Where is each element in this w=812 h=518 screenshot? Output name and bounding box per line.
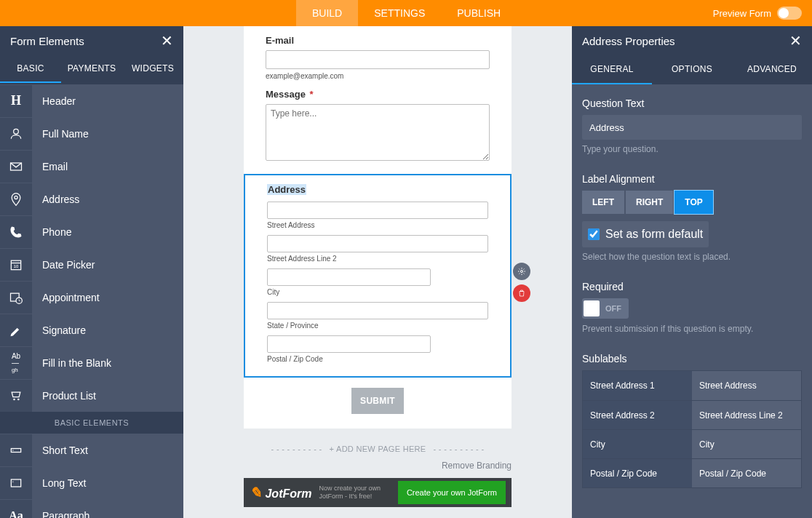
remove-branding-link[interactable]: Remove Branding (244, 461, 512, 471)
close-icon[interactable]: ✕ (789, 32, 802, 49)
align-top-button[interactable]: TOP (674, 191, 712, 214)
required-toggle[interactable]: OFF (582, 298, 629, 319)
element-short-text[interactable]: Short Text (0, 434, 183, 466)
sublabel-value[interactable]: Street Address (692, 371, 801, 400)
question-text-label: Question Text (582, 97, 802, 109)
element-product-list[interactable]: Product List (0, 379, 183, 412)
person-icon (0, 118, 32, 150)
tab-build[interactable]: BUILD (296, 0, 358, 26)
element-signature[interactable]: Signature (0, 314, 183, 346)
state-input[interactable] (267, 302, 488, 319)
top-nav: BUILD SETTINGS PUBLISH (296, 0, 517, 26)
question-text-input[interactable] (582, 115, 802, 140)
tab-publish[interactable]: PUBLISH (441, 0, 517, 26)
element-paragraph[interactable]: Aa Paragraph (0, 499, 183, 518)
sublabel-row: Postal / Zip Code Postal / Zip Code (583, 458, 801, 487)
element-fill-blank[interactable]: Ab—gh Fill in the Blank (0, 346, 183, 379)
element-label: Fill in the Blank (32, 357, 183, 369)
right-tab-general[interactable]: GENERAL (572, 55, 652, 84)
toggle-handle (584, 300, 600, 316)
promo-cta-button[interactable]: Create your own JotForm (398, 481, 506, 504)
svg-point-0 (14, 129, 19, 134)
paragraph-icon: Aa (0, 500, 32, 519)
city-sublabel: City (267, 288, 488, 296)
element-phone[interactable]: Phone (0, 215, 183, 248)
trash-icon[interactable] (513, 284, 530, 302)
question-text-hint: Type your question. (582, 144, 802, 154)
element-label: Long Text (32, 477, 183, 489)
phone-icon (0, 216, 32, 248)
sublabel-key: Street Address 2 (583, 401, 692, 429)
street2-input[interactable] (267, 235, 488, 252)
form-area: E-mail example@example.com Message * Add… (244, 26, 512, 429)
city-input[interactable] (267, 268, 431, 286)
elements-list: H Header Full Name Email Address Phone 1… (0, 84, 183, 518)
left-tab-widgets[interactable]: WIDGETS (122, 55, 183, 83)
element-label: Header (32, 95, 183, 107)
postal-input[interactable] (267, 335, 431, 353)
sublabel-key: Street Address 1 (583, 371, 692, 400)
section-basic-elements: BASIC ELEMENTS (0, 412, 183, 434)
element-email[interactable]: Email (0, 150, 183, 183)
left-panel-header: Form Elements ✕ (0, 26, 183, 55)
required-off-label: OFF (600, 304, 627, 313)
message-textarea[interactable] (266, 104, 490, 161)
element-address[interactable]: Address (0, 183, 183, 215)
tab-settings[interactable]: SETTINGS (358, 0, 441, 26)
align-left-button[interactable]: LEFT (582, 191, 624, 214)
street2-sublabel: Street Address Line 2 (267, 255, 488, 263)
element-label: Paragraph (32, 510, 183, 519)
email-hint: example@example.com (266, 72, 490, 80)
set-default-row[interactable]: Set as form default (582, 221, 709, 247)
short-text-icon (0, 434, 32, 466)
add-new-page[interactable]: - - - - - - - - - - + ADD NEW PAGE HERE … (244, 445, 512, 453)
address-block-selected[interactable]: Address Street Address Street Address Li… (244, 174, 512, 378)
element-label: Product List (32, 390, 183, 402)
sublabel-value[interactable]: Street Address Line 2 (692, 401, 801, 429)
promo-text: Now create your own JotForm - It's free! (319, 485, 397, 501)
sublabel-value[interactable]: City (692, 430, 801, 458)
element-label: Date Picker (32, 259, 183, 271)
heading-icon: H (0, 85, 32, 117)
label-alignment-label: Label Alignment (582, 173, 802, 185)
svg-rect-12 (11, 448, 20, 452)
right-tab-advanced[interactable]: ADVANCED (732, 55, 812, 84)
email-input[interactable] (266, 50, 490, 69)
sublabel-table: Street Address 1 Street Address Street A… (582, 370, 802, 488)
cart-icon (0, 380, 32, 412)
right-panel-title: Address Properties (582, 35, 675, 47)
element-appointment[interactable]: Appointment (0, 281, 183, 314)
close-icon[interactable]: ✕ (161, 32, 173, 49)
element-header[interactable]: H Header (0, 84, 183, 117)
mail-icon (0, 151, 32, 183)
address-label[interactable]: Address (267, 184, 306, 195)
right-body: Question Text Type your question. Label … (572, 84, 812, 518)
preview-toggle[interactable] (777, 7, 802, 20)
set-default-checkbox[interactable] (588, 228, 600, 240)
element-full-name[interactable]: Full Name (0, 117, 183, 150)
sublabel-row: Street Address 2 Street Address Line 2 (583, 400, 801, 429)
svg-point-2 (15, 196, 17, 199)
left-tab-basic[interactable]: BASIC (0, 55, 61, 83)
left-tab-payments[interactable]: PAYMENTS (61, 55, 122, 83)
preview-form-group: Preview Form (713, 7, 802, 20)
element-label: Short Text (32, 445, 183, 456)
required-label: Required (582, 281, 802, 292)
postal-sublabel: Postal / Zip Code (267, 355, 488, 363)
sublabel-value[interactable]: Postal / Zip Code (692, 459, 801, 487)
align-right-button[interactable]: RIGHT (626, 191, 673, 214)
street-sublabel: Street Address (267, 221, 488, 229)
street-input[interactable] (267, 202, 488, 219)
element-long-text[interactable]: Long Text (0, 466, 183, 499)
left-panel: Form Elements ✕ BASIC PAYMENTS WIDGETS H… (0, 26, 183, 518)
element-label: Address (32, 194, 183, 205)
right-tab-options[interactable]: OPTIONS (652, 55, 732, 84)
form-canvas[interactable]: E-mail example@example.com Message * Add… (183, 26, 572, 518)
calendar-icon: 10 (0, 249, 32, 281)
required-hint: Prevent submission if this question is e… (582, 324, 802, 334)
gear-icon[interactable] (513, 263, 530, 280)
submit-button[interactable]: SUBMIT (351, 388, 404, 414)
element-date-picker[interactable]: 10 Date Picker (0, 248, 183, 281)
long-text-icon (0, 467, 32, 499)
element-label: Full Name (32, 128, 183, 140)
